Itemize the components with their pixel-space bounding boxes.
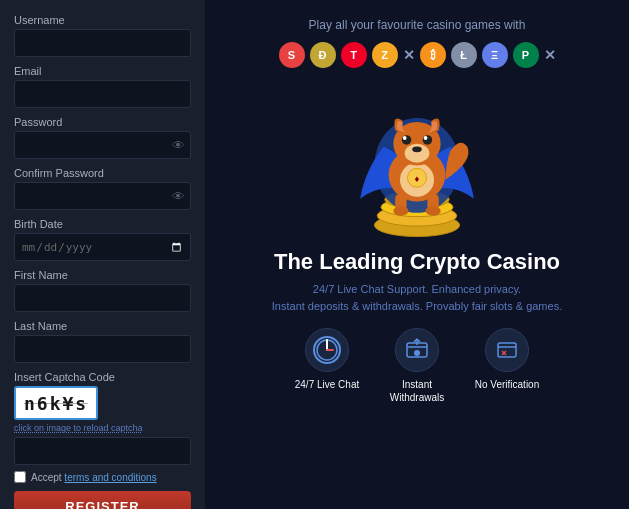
svg-text:♦: ♦ (415, 173, 420, 184)
no-verification-icon (485, 328, 529, 372)
firstname-input[interactable] (14, 284, 191, 312)
confirm-password-toggle-icon[interactable]: 👁 (172, 189, 185, 204)
feature-instant-withdrawals: Instant Withdrawals (377, 328, 457, 404)
username-input[interactable] (14, 29, 191, 57)
no-verification-svg (493, 336, 521, 364)
lastname-group: Last Name (14, 320, 191, 363)
crypto-icon-btc: ₿ (420, 42, 446, 68)
terms-row: Accept terms and conditions (14, 471, 191, 483)
confirm-password-label: Confirm Password (14, 167, 191, 179)
svg-point-26 (414, 350, 420, 356)
svg-point-12 (405, 144, 430, 163)
register-button[interactable]: Register (14, 491, 191, 509)
password-wrapper: 👁 (14, 131, 191, 159)
live-chat-icon (305, 328, 349, 372)
svg-point-10 (426, 206, 441, 215)
email-label: Email (14, 65, 191, 77)
confirm-password-input[interactable] (14, 182, 191, 210)
password-input[interactable] (14, 131, 191, 159)
hero-section: ♦ (215, 76, 619, 241)
live-chat-label: 24/7 Live Chat (295, 378, 360, 391)
svg-point-9 (393, 206, 408, 215)
withdrawals-svg (403, 336, 431, 364)
birthdate-group: Birth Date (14, 218, 191, 261)
casino-subtitle: 24/7 Live Chat Support. Enhanced privacy… (272, 281, 562, 314)
svg-point-16 (403, 136, 407, 140)
features-row: 24/7 Live Chat Instant Withdrawals (287, 328, 547, 404)
crypto-icon-ltc: Ł (451, 42, 477, 68)
withdrawals-label: Instant Withdrawals (377, 378, 457, 404)
username-group: Username (14, 14, 191, 57)
birthdate-label: Birth Date (14, 218, 191, 230)
crypto-icon-doge: Ð (310, 42, 336, 68)
play-text: Play all your favourite casino games wit… (309, 18, 526, 32)
promo-panel: Play all your favourite casino games wit… (205, 0, 629, 509)
lastname-label: Last Name (14, 320, 191, 332)
username-label: Username (14, 14, 191, 26)
email-input[interactable] (14, 80, 191, 108)
confirm-password-wrapper: 👁 (14, 182, 191, 210)
registration-form: Username Email Password 👁 Confirm Passwo… (0, 0, 205, 509)
captcha-input[interactable] (14, 437, 191, 465)
firstname-group: First Name (14, 269, 191, 312)
casino-title: The Leading Crypto Casino (274, 249, 560, 275)
dog-svg: ♦ (327, 71, 507, 241)
captcha-text: n6k¥s (24, 393, 88, 414)
terms-checkbox[interactable] (14, 471, 26, 483)
password-group: Password 👁 (14, 116, 191, 159)
captcha-image[interactable]: n6k¥s (14, 386, 98, 420)
crypto-icon-zcash: Z (372, 42, 398, 68)
svg-point-14 (402, 135, 411, 144)
firstname-label: First Name (14, 269, 191, 281)
feature-live-chat: 24/7 Live Chat (287, 328, 367, 391)
email-group: Email (14, 65, 191, 108)
terms-link[interactable]: terms and conditions (64, 472, 156, 483)
crypto-icon-pax: P (513, 42, 539, 68)
captcha-reload-link[interactable]: click on image to reload captcha (14, 423, 191, 433)
withdrawals-icon (395, 328, 439, 372)
svg-point-13 (412, 147, 421, 153)
dog-illustration: ♦ (327, 76, 507, 241)
crypto-icon-shib: S (279, 42, 305, 68)
birthdate-input[interactable] (14, 233, 191, 261)
captcha-label: Insert Captcha Code (14, 371, 191, 383)
svg-point-17 (424, 136, 428, 140)
close-icon: ✕ (544, 47, 556, 63)
live-chat-svg (313, 336, 341, 364)
password-label: Password (14, 116, 191, 128)
password-toggle-icon[interactable]: 👁 (172, 138, 185, 153)
svg-rect-28 (498, 343, 516, 357)
svg-point-15 (423, 135, 432, 144)
confirm-password-group: Confirm Password 👁 (14, 167, 191, 210)
crypto-separator: ✕ (403, 47, 415, 63)
no-verification-label: No Verification (475, 378, 539, 391)
lastname-input[interactable] (14, 335, 191, 363)
crypto-icon-eth: Ξ (482, 42, 508, 68)
terms-label: Accept terms and conditions (31, 472, 157, 483)
feature-no-verification: No Verification (467, 328, 547, 391)
accept-text: Accept (31, 472, 62, 483)
crypto-icon-tron: T (341, 42, 367, 68)
captcha-group: Insert Captcha Code n6k¥s click on image… (14, 371, 191, 465)
crypto-icons-row: S Ð T Z ✕ ₿ Ł Ξ P ✕ (279, 42, 556, 68)
